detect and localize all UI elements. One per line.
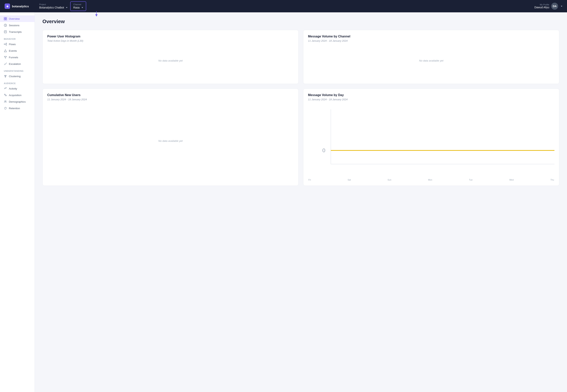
svg-point-10 [4,44,5,44]
card-title-1: Power User Histogram [47,35,294,38]
channel-arrow-indicator [95,11,98,17]
sidebar-transcripts-label: Transcripts [9,30,22,33]
sidebar-overview-label: Overview [9,17,20,20]
card-no-data-3: No data available yet [47,101,294,181]
svg-rect-5 [6,19,7,20]
card-title-3: Cumulative New Users [47,93,294,97]
svg-point-12 [6,44,7,45]
card-subtitle-3: 11 January 2024 - 18 January 2024 [47,98,294,101]
brand-logo[interactable]: ◈ botanalytics [5,3,29,9]
project-value: Botanalytics Chatbot [39,6,68,9]
message-volume-day-card: Message Volume by Day 11 January 2024 - … [303,89,559,186]
profile-dropdown[interactable]: My Profile Dawud Aliyu DA [534,3,562,10]
channel-value: Rasa [73,6,83,9]
sidebar-escalation-label: Escalation [9,62,21,65]
main-content: Overview Power User Histogram Total Acti… [35,12,567,392]
profile-label: My Profile [534,3,549,6]
demographics-icon [4,100,7,103]
behavior-section-label: BEHAVIOR [0,35,35,41]
line-chart: 0 [308,105,554,178]
sidebar-item-transcripts[interactable]: Transcripts [0,28,35,35]
sidebar-retention-label: Retention [9,107,20,110]
sidebar-item-retention[interactable]: Retention [0,105,35,112]
escalation-icon [4,62,7,65]
svg-line-17 [5,76,5,77]
card-no-data-1: No data available yet [47,42,294,79]
sessions-icon [4,24,7,27]
sidebar-funnels-label: Funnels [9,56,18,59]
svg-point-23 [6,101,6,101]
sidebar-acquisition-label: Acquisition [9,94,21,97]
sidebar-item-clustering[interactable]: Clustering [0,73,35,80]
flows-icon [4,43,7,46]
top-navigation: ◈ botanalytics Project Botanalytics Chat… [0,0,567,12]
sidebar-item-flows[interactable]: Flows [0,41,35,47]
svg-rect-2 [4,17,5,18]
funnels-icon [4,56,7,59]
sidebar-flows-label: Flows [9,43,16,46]
card-title-2: Message Volume by Channel [308,35,554,38]
sidebar-item-acquisition[interactable]: Acquisition [0,92,35,98]
x-label-sat: Sat [347,179,351,181]
project-label: Project [39,3,68,6]
channel-dropdown[interactable]: Channel Rasa [70,1,86,11]
sidebar-sessions-label: Sessions [9,24,19,27]
sidebar-activity-label: Activity [9,87,17,90]
svg-line-18 [5,76,6,77]
brand-name: botanalytics [12,5,29,8]
sidebar-item-overview[interactable]: Overview [0,15,35,22]
svg-point-15 [6,75,6,76]
understanding-section-label: UNDERSTANDING [0,67,35,73]
svg-point-14 [4,75,5,76]
sidebar-item-sessions[interactable]: Sessions [0,22,35,28]
brand-icon: ◈ [5,3,10,9]
message-volume-channel-card: Message Volume by Channel 11 January 202… [303,30,559,84]
x-label-mon: Mon [428,179,432,181]
topnav-right: My Profile Dawud Aliyu DA [534,3,562,10]
x-label-thu: Thu [550,179,554,181]
svg-rect-3 [6,17,7,18]
cumulative-new-users-card: Cumulative New Users 11 January 2024 - 1… [42,89,299,186]
sidebar-item-demographics[interactable]: Demographics [0,98,35,105]
sidebar-item-funnels[interactable]: Funnels [0,54,35,61]
avatar: DA [551,3,558,10]
acquisition-icon [4,94,7,97]
project-chevron-icon [66,7,68,8]
power-user-histogram-card: Power User Histogram Total Active Days i… [42,30,299,84]
profile-chevron-icon [561,6,562,7]
app-body: Overview Sessions Transcripts BE [0,12,567,392]
sidebar-item-events[interactable]: Events [0,47,35,54]
events-icon [4,49,7,52]
card-subtitle-4: 11 January 2024 - 18 January 2024 [308,98,554,101]
project-dropdown[interactable]: Project Botanalytics Chatbot [37,2,70,11]
card-title-4: Message Volume by Day [308,93,554,97]
profile-info: My Profile Dawud Aliyu [534,3,549,9]
x-label-fri: Fri [308,179,311,181]
x-label-wed: Wed [509,179,513,181]
svg-marker-1 [95,14,97,17]
page-title: Overview [42,18,559,25]
chart-x-labels: Fri Sat Sun Mon Tue Wed Thu [308,179,554,181]
profile-name: Dawud Aliyu [534,6,549,9]
clustering-icon [4,75,7,78]
svg-point-21 [6,95,7,96]
sidebar-item-activity[interactable]: Activity [0,85,35,92]
svg-rect-7 [4,31,7,33]
activity-icon [4,87,7,90]
svg-point-16 [5,77,6,77]
cards-grid: Power User Histogram Total Active Days i… [42,30,559,186]
x-label-sun: Sun [388,179,391,181]
sidebar-clustering-label: Clustering [9,75,21,78]
overview-icon [4,17,7,20]
svg-point-11 [6,43,7,44]
x-label-tue: Tue [469,179,473,181]
chart-area: 0 Fri Sat Sun Mon Tue Wed Thu [308,105,554,181]
sidebar-item-escalation[interactable]: Escalation [0,61,35,67]
card-no-data-2: No data available yet [308,42,554,79]
sidebar-events-label: Events [9,49,17,52]
sidebar: Overview Sessions Transcripts BE [0,12,35,392]
svg-point-22 [5,101,5,101]
card-subtitle-1: Total Active Days in Month (L30) [47,39,294,42]
channel-label: Channel [73,3,83,6]
svg-marker-13 [4,50,7,52]
